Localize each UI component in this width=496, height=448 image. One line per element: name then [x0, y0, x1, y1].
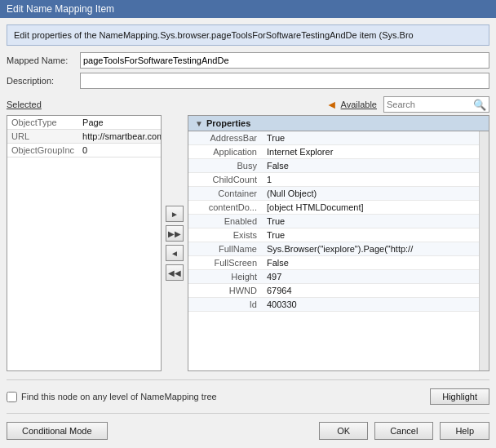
mapped-name-input[interactable] — [80, 52, 489, 69]
selected-label: Selected — [7, 100, 80, 109]
cell-key: Busy — [188, 159, 262, 173]
mapped-name-label: Mapped Name: — [7, 55, 80, 65]
available-label: Available — [341, 100, 377, 109]
cell-key: contentDo... — [188, 201, 262, 215]
search-icon: 🔍 — [473, 99, 486, 111]
separator-1 — [7, 379, 489, 380]
cell-value: Internet Explorer — [262, 145, 479, 159]
right-panel-content: AddressBar True Application Internet Exp… — [188, 131, 489, 370]
table-row[interactable]: URL http://smartbear.com/ — [7, 130, 162, 144]
description-input[interactable] — [80, 73, 489, 89]
cell-key: HWND — [188, 284, 262, 298]
cell-value: False — [262, 159, 479, 173]
conditional-mode-button[interactable]: Conditional Mode — [7, 422, 108, 440]
cell-value: False — [262, 256, 479, 270]
dialog-footer: Conditional Mode OK Cancel Help — [7, 422, 489, 440]
table-row[interactable]: Height 497 — [188, 270, 479, 284]
cell-key: FullScreen — [188, 256, 262, 270]
search-box[interactable]: 🔍 — [383, 96, 489, 113]
info-box: Edit properties of the NameMapping.Sys.b… — [7, 24, 489, 46]
cell-key: AddressBar — [188, 131, 262, 145]
find-node-label: Find this node on any level of NameMappi… — [21, 392, 217, 401]
cell-value: 400330 — [262, 298, 479, 312]
move-right-single-button[interactable]: ► — [166, 206, 184, 222]
cell-key: Height — [188, 270, 262, 284]
cell-key: Container — [188, 187, 262, 201]
search-input[interactable] — [387, 100, 473, 109]
table-row[interactable]: Application Internet Explorer — [188, 145, 479, 159]
table-row[interactable]: Enabled True — [188, 215, 479, 228]
left-panel: ObjectType Page URL http://smartbear.com… — [7, 115, 162, 371]
cell-value: True — [262, 131, 479, 145]
cell-value: http://smartbear.com/ — [78, 130, 162, 144]
scrollbar-track[interactable] — [479, 131, 489, 370]
cell-key: Exists — [188, 228, 262, 242]
move-left-double-button[interactable]: ◀◀ — [166, 264, 184, 281]
nav-button-group: ► ▶▶ ◄ ◀◀ — [162, 115, 188, 371]
collapse-icon[interactable]: ▼ — [195, 119, 203, 128]
separator-2 — [7, 413, 489, 414]
info-text: Edit properties of the NameMapping.Sys.b… — [14, 30, 414, 40]
button-row: OK Cancel Help — [319, 422, 489, 440]
properties-header: ▼ Properties — [188, 116, 489, 131]
move-left-single-button[interactable]: ◄ — [166, 245, 184, 261]
cell-key: ChildCount — [188, 173, 262, 187]
cell-value: (Null Object) — [262, 187, 479, 201]
title-bar: Edit Name Mapping Item — [0, 0, 496, 18]
cell-value: Sys.Browser("iexplore").Page("http:// — [262, 242, 479, 256]
cell-key: Enabled — [188, 215, 262, 228]
cell-key: ObjectGroupInc — [7, 144, 78, 157]
find-node-checkbox[interactable] — [7, 392, 17, 402]
cell-key: URL — [7, 130, 78, 144]
highlight-button[interactable]: Highlight — [430, 388, 489, 405]
table-row[interactable]: Container (Null Object) — [188, 187, 479, 201]
cell-value: 67964 — [262, 284, 479, 298]
title-label: Edit Name Mapping Item — [7, 3, 114, 15]
cell-value: [object HTMLDocument] — [262, 201, 479, 215]
table-row[interactable]: FullScreen False — [188, 256, 479, 270]
cell-value: True — [262, 215, 479, 228]
cell-value: True — [262, 228, 479, 242]
help-button[interactable]: Help — [440, 422, 489, 440]
cancel-button[interactable]: Cancel — [374, 422, 433, 440]
right-panel: ▼ Properties AddressBar True Application… — [188, 115, 489, 371]
table-row[interactable]: HWND 67964 — [188, 284, 479, 298]
table-row[interactable]: contentDo... [object HTMLDocument] — [188, 201, 479, 215]
cell-value: 497 — [262, 270, 479, 284]
dialog-body: Edit properties of the NameMapping.Sys.b… — [0, 18, 496, 446]
find-row: Find this node on any level of NameMappi… — [7, 388, 489, 405]
table-row[interactable]: ObjectGroupInc 0 — [7, 144, 162, 157]
bottom-section: Find this node on any level of NameMappi… — [7, 376, 489, 440]
left-table: ObjectType Page URL http://smartbear.com… — [7, 116, 162, 157]
find-left: Find this node on any level of NameMappi… — [7, 392, 217, 402]
table-row[interactable]: ObjectType Page — [7, 116, 162, 130]
description-row: Description: — [7, 73, 489, 89]
properties-label: Properties — [206, 118, 250, 128]
cell-value: 1 — [262, 173, 479, 187]
table-row[interactable]: FullName Sys.Browser("iexplore").Page("h… — [188, 242, 479, 256]
move-right-double-button[interactable]: ▶▶ — [166, 225, 184, 242]
right-panel-scroll[interactable]: AddressBar True Application Internet Exp… — [188, 131, 479, 370]
right-table: AddressBar True Application Internet Exp… — [188, 131, 479, 312]
table-row[interactable]: Exists True — [188, 228, 479, 242]
cell-value: Page — [78, 116, 162, 130]
table-row[interactable]: ChildCount 1 — [188, 173, 479, 187]
ok-button[interactable]: OK — [319, 422, 368, 440]
cell-key: FullName — [188, 242, 262, 256]
mapped-name-row: Mapped Name: — [7, 52, 489, 69]
section-header-row: Selected ◄ Available 🔍 — [7, 96, 489, 113]
table-row[interactable]: AddressBar True — [188, 131, 479, 145]
table-row[interactable]: Id 400330 — [188, 298, 479, 312]
back-arrow-icon: ◄ — [326, 98, 338, 111]
main-panel: ObjectType Page URL http://smartbear.com… — [7, 115, 489, 371]
table-row[interactable]: Busy False — [188, 159, 479, 173]
cell-key: Application — [188, 145, 262, 159]
cell-key: ObjectType — [7, 116, 78, 130]
description-label: Description: — [7, 76, 80, 86]
cell-value: 0 — [78, 144, 162, 157]
cell-key: Id — [188, 298, 262, 312]
